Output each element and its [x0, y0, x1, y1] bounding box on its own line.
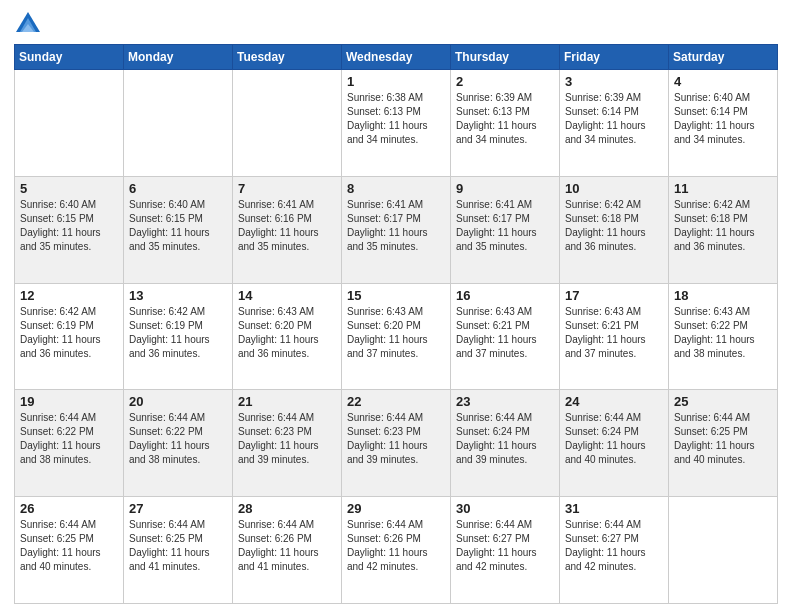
calendar-week-5: 26Sunrise: 6:44 AM Sunset: 6:25 PM Dayli… [15, 497, 778, 604]
day-number: 18 [674, 288, 772, 303]
day-number: 3 [565, 74, 663, 89]
calendar-cell: 28Sunrise: 6:44 AM Sunset: 6:26 PM Dayli… [233, 497, 342, 604]
calendar-cell: 24Sunrise: 6:44 AM Sunset: 6:24 PM Dayli… [560, 390, 669, 497]
day-number: 9 [456, 181, 554, 196]
calendar-cell: 13Sunrise: 6:42 AM Sunset: 6:19 PM Dayli… [124, 283, 233, 390]
calendar-cell: 10Sunrise: 6:42 AM Sunset: 6:18 PM Dayli… [560, 176, 669, 283]
day-number: 1 [347, 74, 445, 89]
weekday-header-thursday: Thursday [451, 45, 560, 70]
day-number: 29 [347, 501, 445, 516]
calendar-week-4: 19Sunrise: 6:44 AM Sunset: 6:22 PM Dayli… [15, 390, 778, 497]
calendar-cell [669, 497, 778, 604]
header [14, 10, 778, 38]
logo-icon [14, 10, 42, 38]
day-info: Sunrise: 6:41 AM Sunset: 6:17 PM Dayligh… [456, 198, 554, 254]
calendar-week-3: 12Sunrise: 6:42 AM Sunset: 6:19 PM Dayli… [15, 283, 778, 390]
day-info: Sunrise: 6:44 AM Sunset: 6:22 PM Dayligh… [129, 411, 227, 467]
day-info: Sunrise: 6:44 AM Sunset: 6:22 PM Dayligh… [20, 411, 118, 467]
calendar-cell: 12Sunrise: 6:42 AM Sunset: 6:19 PM Dayli… [15, 283, 124, 390]
day-info: Sunrise: 6:40 AM Sunset: 6:15 PM Dayligh… [129, 198, 227, 254]
day-info: Sunrise: 6:41 AM Sunset: 6:17 PM Dayligh… [347, 198, 445, 254]
day-number: 21 [238, 394, 336, 409]
day-number: 12 [20, 288, 118, 303]
logo [14, 10, 46, 38]
day-info: Sunrise: 6:44 AM Sunset: 6:23 PM Dayligh… [238, 411, 336, 467]
day-number: 24 [565, 394, 663, 409]
weekday-header-saturday: Saturday [669, 45, 778, 70]
page: SundayMondayTuesdayWednesdayThursdayFrid… [0, 0, 792, 612]
day-number: 8 [347, 181, 445, 196]
calendar-week-2: 5Sunrise: 6:40 AM Sunset: 6:15 PM Daylig… [15, 176, 778, 283]
calendar-cell [15, 70, 124, 177]
calendar-cell: 18Sunrise: 6:43 AM Sunset: 6:22 PM Dayli… [669, 283, 778, 390]
day-info: Sunrise: 6:39 AM Sunset: 6:14 PM Dayligh… [565, 91, 663, 147]
calendar-cell: 9Sunrise: 6:41 AM Sunset: 6:17 PM Daylig… [451, 176, 560, 283]
weekday-header-friday: Friday [560, 45, 669, 70]
day-info: Sunrise: 6:43 AM Sunset: 6:20 PM Dayligh… [347, 305, 445, 361]
calendar-cell [233, 70, 342, 177]
calendar-cell: 8Sunrise: 6:41 AM Sunset: 6:17 PM Daylig… [342, 176, 451, 283]
day-info: Sunrise: 6:42 AM Sunset: 6:19 PM Dayligh… [20, 305, 118, 361]
calendar-cell [124, 70, 233, 177]
calendar-cell: 5Sunrise: 6:40 AM Sunset: 6:15 PM Daylig… [15, 176, 124, 283]
weekday-header-monday: Monday [124, 45, 233, 70]
calendar-cell: 3Sunrise: 6:39 AM Sunset: 6:14 PM Daylig… [560, 70, 669, 177]
weekday-header-row: SundayMondayTuesdayWednesdayThursdayFrid… [15, 45, 778, 70]
day-info: Sunrise: 6:42 AM Sunset: 6:18 PM Dayligh… [565, 198, 663, 254]
calendar-cell: 21Sunrise: 6:44 AM Sunset: 6:23 PM Dayli… [233, 390, 342, 497]
day-number: 5 [20, 181, 118, 196]
day-number: 23 [456, 394, 554, 409]
calendar-cell: 14Sunrise: 6:43 AM Sunset: 6:20 PM Dayli… [233, 283, 342, 390]
day-info: Sunrise: 6:41 AM Sunset: 6:16 PM Dayligh… [238, 198, 336, 254]
day-info: Sunrise: 6:42 AM Sunset: 6:19 PM Dayligh… [129, 305, 227, 361]
day-number: 4 [674, 74, 772, 89]
calendar-cell: 1Sunrise: 6:38 AM Sunset: 6:13 PM Daylig… [342, 70, 451, 177]
calendar-cell: 19Sunrise: 6:44 AM Sunset: 6:22 PM Dayli… [15, 390, 124, 497]
calendar-cell: 16Sunrise: 6:43 AM Sunset: 6:21 PM Dayli… [451, 283, 560, 390]
day-number: 31 [565, 501, 663, 516]
calendar-cell: 17Sunrise: 6:43 AM Sunset: 6:21 PM Dayli… [560, 283, 669, 390]
day-number: 27 [129, 501, 227, 516]
calendar-cell: 25Sunrise: 6:44 AM Sunset: 6:25 PM Dayli… [669, 390, 778, 497]
day-info: Sunrise: 6:44 AM Sunset: 6:24 PM Dayligh… [456, 411, 554, 467]
calendar-cell: 11Sunrise: 6:42 AM Sunset: 6:18 PM Dayli… [669, 176, 778, 283]
day-info: Sunrise: 6:44 AM Sunset: 6:27 PM Dayligh… [456, 518, 554, 574]
day-info: Sunrise: 6:44 AM Sunset: 6:25 PM Dayligh… [129, 518, 227, 574]
day-number: 6 [129, 181, 227, 196]
day-number: 17 [565, 288, 663, 303]
day-info: Sunrise: 6:44 AM Sunset: 6:25 PM Dayligh… [20, 518, 118, 574]
day-number: 7 [238, 181, 336, 196]
calendar-cell: 27Sunrise: 6:44 AM Sunset: 6:25 PM Dayli… [124, 497, 233, 604]
calendar-cell: 7Sunrise: 6:41 AM Sunset: 6:16 PM Daylig… [233, 176, 342, 283]
day-number: 26 [20, 501, 118, 516]
day-info: Sunrise: 6:44 AM Sunset: 6:23 PM Dayligh… [347, 411, 445, 467]
calendar-table: SundayMondayTuesdayWednesdayThursdayFrid… [14, 44, 778, 604]
calendar-cell: 20Sunrise: 6:44 AM Sunset: 6:22 PM Dayli… [124, 390, 233, 497]
day-info: Sunrise: 6:43 AM Sunset: 6:21 PM Dayligh… [565, 305, 663, 361]
day-number: 2 [456, 74, 554, 89]
day-info: Sunrise: 6:43 AM Sunset: 6:20 PM Dayligh… [238, 305, 336, 361]
weekday-header-tuesday: Tuesday [233, 45, 342, 70]
calendar-cell: 22Sunrise: 6:44 AM Sunset: 6:23 PM Dayli… [342, 390, 451, 497]
day-number: 16 [456, 288, 554, 303]
calendar-cell: 29Sunrise: 6:44 AM Sunset: 6:26 PM Dayli… [342, 497, 451, 604]
day-number: 10 [565, 181, 663, 196]
day-number: 11 [674, 181, 772, 196]
calendar-cell: 26Sunrise: 6:44 AM Sunset: 6:25 PM Dayli… [15, 497, 124, 604]
calendar-cell: 4Sunrise: 6:40 AM Sunset: 6:14 PM Daylig… [669, 70, 778, 177]
day-info: Sunrise: 6:38 AM Sunset: 6:13 PM Dayligh… [347, 91, 445, 147]
calendar-cell: 15Sunrise: 6:43 AM Sunset: 6:20 PM Dayli… [342, 283, 451, 390]
weekday-header-sunday: Sunday [15, 45, 124, 70]
weekday-header-wednesday: Wednesday [342, 45, 451, 70]
day-number: 19 [20, 394, 118, 409]
calendar-week-1: 1Sunrise: 6:38 AM Sunset: 6:13 PM Daylig… [15, 70, 778, 177]
day-number: 14 [238, 288, 336, 303]
calendar-cell: 30Sunrise: 6:44 AM Sunset: 6:27 PM Dayli… [451, 497, 560, 604]
day-info: Sunrise: 6:40 AM Sunset: 6:15 PM Dayligh… [20, 198, 118, 254]
day-number: 28 [238, 501, 336, 516]
day-info: Sunrise: 6:39 AM Sunset: 6:13 PM Dayligh… [456, 91, 554, 147]
calendar-cell: 31Sunrise: 6:44 AM Sunset: 6:27 PM Dayli… [560, 497, 669, 604]
day-info: Sunrise: 6:44 AM Sunset: 6:25 PM Dayligh… [674, 411, 772, 467]
day-info: Sunrise: 6:40 AM Sunset: 6:14 PM Dayligh… [674, 91, 772, 147]
day-number: 15 [347, 288, 445, 303]
